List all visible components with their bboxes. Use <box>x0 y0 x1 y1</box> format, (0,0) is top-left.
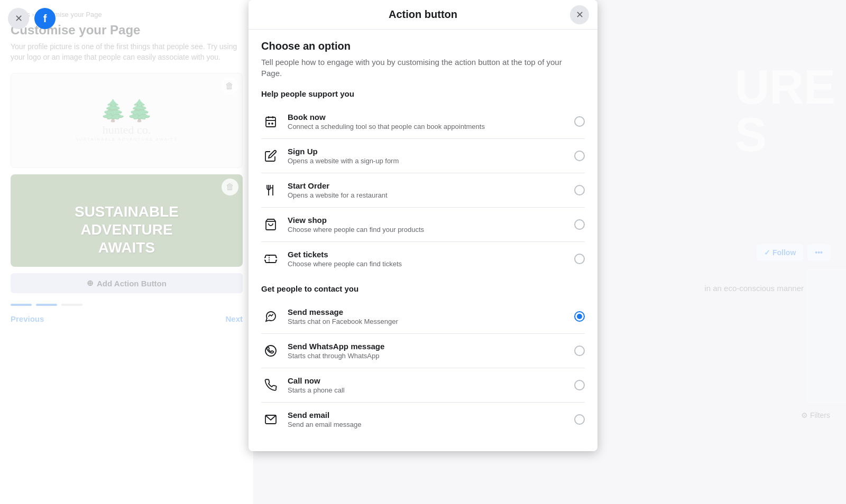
option-book-now-text: Book now Connect a scheduling tool so th… <box>288 113 567 130</box>
option-send-email-text: Send email Send an email message <box>288 410 567 428</box>
option-call-now-text: Call now Starts a phone call <box>288 376 567 394</box>
whatsapp-icon <box>261 341 280 360</box>
option-get-tickets[interactable]: Get tickets Choose where people can find… <box>261 242 585 276</box>
option-get-tickets-name: Get tickets <box>288 250 567 259</box>
option-get-tickets-text: Get tickets Choose where people can find… <box>288 250 567 268</box>
option-send-email[interactable]: Send email Send an email message <box>261 403 585 436</box>
option-call-now[interactable]: Call now Starts a phone call <box>261 368 585 403</box>
option-start-order-radio[interactable] <box>574 185 585 195</box>
modal-header: Action button ✕ <box>249 0 597 30</box>
option-send-message-name: Send message <box>288 307 567 316</box>
option-call-now-name: Call now <box>288 376 567 385</box>
option-book-now-desc: Connect a scheduling tool so that people… <box>288 123 567 130</box>
option-send-whatsapp-radio[interactable] <box>574 346 585 356</box>
option-send-message[interactable]: Send message Starts chat on Facebook Mes… <box>261 300 585 334</box>
option-call-now-desc: Starts a phone call <box>288 386 567 394</box>
option-send-whatsapp[interactable]: Send WhatsApp message Starts chat throug… <box>261 334 585 368</box>
option-get-tickets-desc: Choose where people can find tickets <box>288 260 567 268</box>
svg-point-4 <box>269 123 270 124</box>
pencil-icon <box>261 146 280 165</box>
option-start-order-name: Start Order <box>288 181 567 190</box>
option-sign-up[interactable]: Sign Up Opens a website with a sign-up f… <box>261 139 585 173</box>
option-sign-up-radio[interactable] <box>574 151 585 161</box>
option-send-message-radio[interactable] <box>574 311 585 322</box>
option-send-message-desc: Starts chat on Facebook Messenger <box>288 318 567 325</box>
option-call-now-radio[interactable] <box>574 380 585 390</box>
option-book-now-name: Book now <box>288 113 567 122</box>
fork-icon <box>261 181 280 200</box>
option-view-shop[interactable]: View shop Choose where people can find y… <box>261 208 585 242</box>
modal-heading: Choose an option <box>261 40 585 52</box>
option-send-email-radio[interactable] <box>574 414 585 425</box>
modal-description: Tell people how to engage with you by cu… <box>261 57 585 79</box>
option-start-order-desc: Opens a website for a restaurant <box>288 191 567 199</box>
option-view-shop-text: View shop Choose where people can find y… <box>288 216 567 234</box>
option-view-shop-name: View shop <box>288 216 567 225</box>
option-sign-up-desc: Opens a website with a sign-up form <box>288 157 567 165</box>
modal-title: Action button <box>389 8 457 21</box>
option-view-shop-radio[interactable] <box>574 219 585 230</box>
option-start-order[interactable]: Start Order Opens a website for a restau… <box>261 173 585 208</box>
modal-close-button[interactable]: ✕ <box>570 5 589 24</box>
action-button-modal: Action button ✕ Choose an option Tell pe… <box>249 0 597 451</box>
option-send-whatsapp-text: Send WhatsApp message Starts chat throug… <box>288 342 567 360</box>
option-view-shop-desc: Choose where people can find your produc… <box>288 226 567 234</box>
modal-body: Choose an option Tell people how to enga… <box>249 30 597 451</box>
messenger-icon <box>261 307 280 326</box>
option-send-whatsapp-name: Send WhatsApp message <box>288 342 567 351</box>
option-send-message-text: Send message Starts chat on Facebook Mes… <box>288 307 567 325</box>
option-sign-up-text: Sign Up Opens a website with a sign-up f… <box>288 147 567 165</box>
option-get-tickets-radio[interactable] <box>574 254 585 264</box>
option-book-now-radio[interactable] <box>574 116 585 127</box>
svg-rect-0 <box>266 117 275 127</box>
calendar-icon <box>261 112 280 131</box>
group-support: Help people support you <box>261 89 585 276</box>
option-start-order-text: Start Order Opens a website for a restau… <box>288 181 567 199</box>
svg-point-5 <box>272 123 273 124</box>
email-icon <box>261 410 280 429</box>
bag-icon <box>261 215 280 234</box>
option-book-now[interactable]: Book now Connect a scheduling tool so th… <box>261 105 585 139</box>
option-send-email-name: Send email <box>288 410 567 419</box>
ticket-icon <box>261 249 280 268</box>
phone-icon <box>261 376 280 395</box>
group1-label: Help people support you <box>261 89 585 98</box>
option-send-email-desc: Send an email message <box>288 421 567 428</box>
modal-overlay: Action button ✕ Choose an option Tell pe… <box>0 0 846 504</box>
group-contact: Get people to contact you Send message S… <box>261 284 585 436</box>
option-send-whatsapp-desc: Starts chat through WhatsApp <box>288 352 567 360</box>
group2-label: Get people to contact you <box>261 284 585 293</box>
option-sign-up-name: Sign Up <box>288 147 567 156</box>
